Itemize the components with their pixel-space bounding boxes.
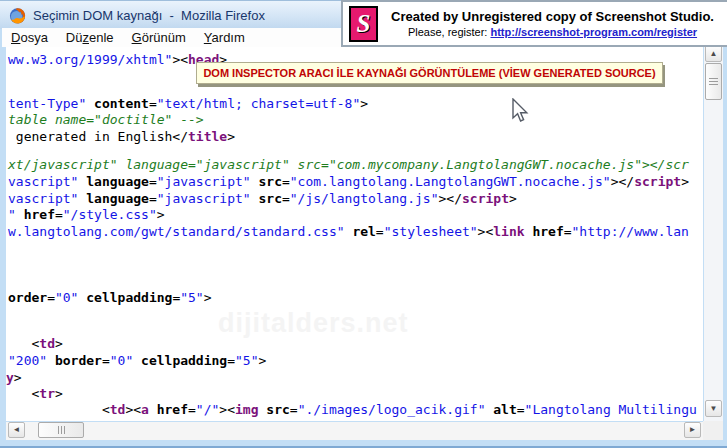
code-line-12: "200" border="0" cellpadding="5"> — [8, 353, 266, 368]
code-line-4: generated in English</title> — [8, 129, 235, 144]
window-title: Seçimin DOM kaynağı - Mozilla Firefox — [33, 8, 265, 23]
site-watermark: dijitalders.net — [218, 308, 409, 339]
code-line-11: <td> — [8, 336, 63, 351]
menu-item-gorunum[interactable]: Görünüm — [123, 29, 195, 46]
vertical-scrollbar[interactable]: ▲ ▼ — [704, 45, 723, 421]
firefox-icon — [9, 7, 26, 24]
code-line-13: y> — [6, 370, 22, 385]
horizontal-scroll-thumb[interactable] — [38, 422, 84, 438]
code-line-2: tent-Type" content="text/html; charset=u… — [8, 96, 368, 111]
code-line-9: w.langtolang.com/gwt/standard/standard.c… — [8, 224, 689, 239]
code-line-14: <tr> — [8, 386, 63, 401]
screenshot-studio-logo-icon: S — [349, 6, 378, 42]
menu-item-duzenle[interactable]: Düzenle — [57, 29, 123, 46]
code-line-7: vascript" language="javascript" src="/js… — [8, 191, 517, 206]
scrollbar-corner — [703, 421, 723, 440]
tooltip-callout: DOM INSPECTOR ARACI İLE KAYNAĞI GÖRÜNTÜL… — [196, 62, 663, 84]
tooltip-text: DOM INSPECTOR ARACI İLE KAYNAĞI GÖRÜNTÜL… — [203, 67, 655, 79]
menu-item-yardim[interactable]: Yardım — [195, 29, 254, 46]
source-code: dijitalders.net ww.w3.org/1999/xhtml"><h… — [6, 47, 703, 421]
scroll-left-button[interactable]: ◄ — [8, 422, 25, 438]
code-line-3: table name="doctitle" --> — [8, 112, 204, 127]
code-line-15: <td><a href="/"><img src="./images/logo_… — [8, 402, 697, 417]
code-line-1: ww.w3.org/1999/xhtml"><head> — [8, 52, 227, 67]
code-line-6: vascript" language="javascript" src="com… — [8, 174, 689, 189]
badge-line1: Created by Unregistered copy of Screensh… — [378, 9, 727, 24]
vertical-scroll-thumb[interactable] — [705, 63, 722, 100]
scroll-up-button[interactable]: ▲ — [705, 45, 722, 62]
code-line-5: xt/javascript" language="javascript" src… — [8, 157, 689, 172]
code-line-16: <td> — [8, 419, 133, 421]
scroll-right-button[interactable]: ► — [684, 422, 701, 438]
badge-register-link[interactable]: http://screenshot-program.com/register — [490, 26, 697, 38]
badge-register-prefix: Please, register: — [408, 26, 487, 38]
code-line-10: order="0" cellpadding="5"> — [8, 290, 212, 305]
code-line-8: " href="/style.css"> — [8, 207, 165, 222]
menu-item-dosya[interactable]: Dosya — [2, 29, 57, 46]
scroll-down-button[interactable]: ▼ — [705, 400, 722, 417]
screenshot-studio-badge: S Created by Unregistered copy of Screen… — [341, 0, 727, 47]
badge-line2: Please, register: http://screenshot-prog… — [378, 26, 727, 38]
thumb-grip — [709, 78, 718, 85]
horizontal-scrollbar[interactable]: ◄ ► — [6, 422, 703, 440]
mouse-cursor-icon — [512, 98, 531, 125]
thumb-grip — [58, 426, 65, 434]
firefox-window: Seçimin DOM kaynağı - Mozilla Firefox Do… — [0, 0, 727, 448]
badge-text: Created by Unregistered copy of Screensh… — [378, 9, 727, 38]
